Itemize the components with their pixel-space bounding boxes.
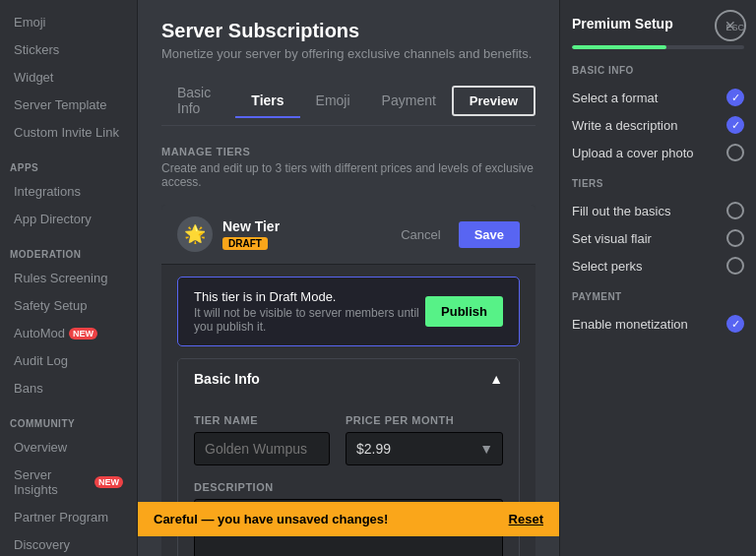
sidebar-item-label: Widget [14,70,53,85]
panel-section-label: PAYMENT [572,291,744,302]
sidebar-item-label: AutoMod [14,326,65,340]
tier-name-label: TIER NAME [194,414,330,426]
progress-bar-fill [572,45,666,49]
sidebar-item-overview[interactable]: Overview [4,434,133,461]
sidebar-item-emoji[interactable]: Emoji [4,9,133,35]
sidebar-item-label: Discovery [14,537,70,552]
sidebar-item-label: Server Insights [14,467,91,497]
right-panel-title: Premium Setup [572,16,673,31]
sidebar-item-label: Safety Setup [14,298,87,313]
tier-name-input[interactable] [194,432,330,465]
panel-section-label: TIERS [572,178,744,189]
checklist-item-label: Enable monetization [572,317,688,332]
checklist-item-label: Set visual flair [572,231,652,246]
sidebar-item-custom-invite[interactable]: Custom Invite Link [4,119,133,146]
sidebar-item-widget[interactable]: Widget [4,64,133,91]
cancel-button[interactable]: Cancel [391,221,450,248]
description-label: DESCRIPTION [194,481,503,493]
basic-info-label: Basic Info [194,371,260,387]
sidebar-item-bans[interactable]: Bans [4,375,133,402]
tab-emoji[interactable]: Emoji [300,85,366,118]
tier-name: New Tier [222,218,391,234]
sidebar-item-discovery[interactable]: Discovery [4,531,133,556]
tier-name-price-row: TIER NAME PRICE PER MONTH $2.99 $4.99 $9… [194,414,503,465]
chevron-up-icon: ▲ [489,371,503,387]
progress-bar [572,45,744,49]
new-badge: NEW [69,328,97,340]
unsaved-message: Careful — you have unsaved changes! [154,512,388,526]
check-circle [726,202,744,219]
sidebar-item-label: Emoji [14,15,46,30]
check-circle [726,229,744,247]
checklist-item: Select a format✓ [572,84,744,111]
check-circle [726,257,744,275]
price-label: PRICE PER MONTH [346,414,503,426]
sidebar-item-label: Integrations [14,184,81,199]
manage-tiers-desc: Create and edit up to 3 tiers with diffe… [161,161,536,189]
checklist-container: BASIC INFOSelect a format✓Write a descri… [572,65,744,338]
sidebar-item-server-insights[interactable]: Server Insights NEW [4,462,133,503]
price-select[interactable]: $2.99 $4.99 $9.99 [346,432,503,465]
check-circle: ✓ [726,89,744,106]
tier-icon: 🌟 [177,216,213,252]
price-group: PRICE PER MONTH $2.99 $4.99 $9.99 ▼ [346,414,503,465]
sidebar-item-integrations[interactable]: Integrations [4,178,133,205]
draft-notice-sub: It will not be visible to server members… [194,306,425,334]
close-button[interactable]: ✕ [715,10,746,41]
sidebar-item-partner-program[interactable]: Partner Program [4,504,133,530]
sidebar-item-safety-setup[interactable]: Safety Setup [4,292,133,319]
checklist-item: Set visual flair [572,224,744,252]
checklist-item: Upload a cover photo [572,139,744,166]
manage-tiers-heading: MANAGE TIERS [161,146,536,157]
sidebar-item-label: Partner Program [14,510,108,525]
checklist-item: Write a description✓ [572,111,744,139]
sidebar-item-automod[interactable]: AutoMod NEW [4,320,133,346]
publish-button[interactable]: Publish [425,296,503,327]
tabs-bar: Basic Info Tiers Emoji Payment Preview [161,77,536,126]
sidebar-item-label: Audit Log [14,353,68,368]
sidebar-item-server-template[interactable]: Server Template [4,92,133,118]
right-panel: Premium Setup ✕ ESC BASIC INFOSelect a f… [559,0,756,556]
checklist-item: Select perks [572,252,744,279]
sidebar-item-label: App Directory [14,212,92,226]
check-circle: ✓ [726,315,744,333]
new-badge: NEW [94,476,123,488]
sidebar-item-stickers[interactable]: Stickers [4,36,133,63]
checklist-item: Fill out the basics [572,197,744,224]
sidebar: Emoji Stickers Widget Server Template Cu… [0,0,138,556]
check-circle: ✓ [726,116,744,134]
checklist-item-label: Select perks [572,259,643,274]
tier-actions: Cancel Save [391,221,520,248]
sidebar-item-app-directory[interactable]: App Directory [4,206,133,232]
draft-notice: This tier is in Draft Mode. It will not … [177,277,520,346]
checklist-item-label: Select a format [572,91,658,105]
sidebar-item-label: Rules Screening [14,271,107,285]
sidebar-item-audit-log[interactable]: Audit Log [4,347,133,374]
sidebar-item-label: Server Template [14,97,106,112]
reset-button[interactable]: Reset [509,512,543,526]
preview-button[interactable]: Preview [452,86,536,116]
section-apps: APPS [0,147,137,177]
section-moderation: MODERATION [0,233,137,264]
sidebar-item-label: Stickers [14,42,59,57]
checklist-item-label: Upload a cover photo [572,146,694,160]
tier-name-group: New Tier DRAFT [222,218,391,250]
panel-section-label: BASIC INFO [572,65,744,76]
checklist-item-label: Write a description [572,118,677,133]
save-button[interactable]: Save [459,221,520,248]
tab-basic-info[interactable]: Basic Info [161,77,235,126]
main-content: Server Subscriptions Monetize your serve… [138,0,559,556]
tab-tiers[interactable]: Tiers [235,85,299,118]
page-subtitle: Monetize your server by offering exclusi… [161,46,536,61]
unsaved-changes-bar: Careful — you have unsaved changes! Rese… [138,502,559,536]
tab-payment[interactable]: Payment [366,85,452,118]
sidebar-item-label: Custom Invite Link [14,125,119,140]
checklist-item-label: Fill out the basics [572,204,670,218]
sidebar-item-rules-screening[interactable]: Rules Screening [4,265,133,291]
sidebar-item-label: Bans [14,381,43,396]
basic-info-header[interactable]: Basic Info ▲ [178,359,519,399]
tier-name-group-form: TIER NAME [194,414,330,465]
sidebar-item-label: Overview [14,440,67,455]
section-community: COMMUNITY [0,402,137,433]
tier-card-header: 🌟 New Tier DRAFT Cancel Save [161,205,536,265]
